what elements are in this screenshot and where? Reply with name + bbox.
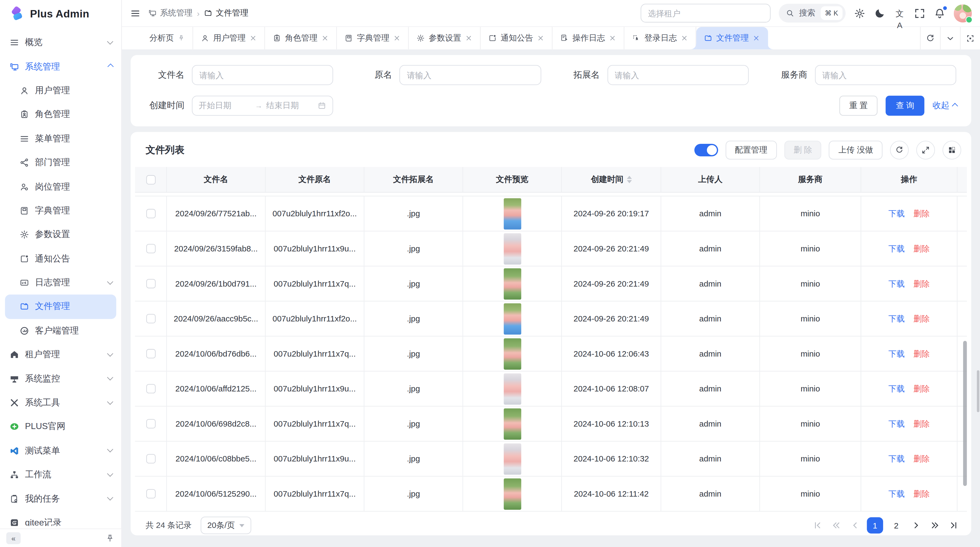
file-preview-thumbnail[interactable] [503,338,521,369]
download-link[interactable]: 下载 [889,348,905,359]
file-preview-thumbnail[interactable] [503,198,521,230]
sidebar-item[interactable]: PLUS官网 [5,415,116,439]
delete-button[interactable]: 删 除 [784,141,822,159]
filter-input[interactable] [192,65,333,85]
jump-forward-button[interactable] [928,518,942,532]
delete-link[interactable]: 删除 [913,488,930,499]
tab-action-icon[interactable] [537,34,544,42]
sidebar-item[interactable]: 文件管理 [5,295,116,319]
reset-button[interactable]: 重 置 [839,96,878,115]
tab-action-icon[interactable] [609,34,616,42]
user-avatar[interactable] [954,4,972,22]
row-checkbox[interactable] [146,349,155,358]
column-settings-button[interactable] [942,141,961,159]
page-tab[interactable]: 文件管理 [696,27,768,49]
file-preview-thumbnail[interactable] [503,268,521,299]
sidebar-item[interactable]: 角色管理 [5,103,116,127]
breadcrumb-current[interactable]: 文件管理 [204,8,248,19]
file-preview-thumbnail[interactable] [503,408,521,439]
sidebar-item[interactable]: 系统监控 [5,367,116,391]
page-number-button[interactable]: 1 [867,517,883,534]
config-management-button[interactable]: 配置管理 [725,141,776,159]
last-page-button[interactable] [947,518,961,532]
tab-action-icon[interactable] [752,34,760,42]
global-search-button[interactable]: 搜索 ⌘ K [778,4,846,22]
row-checkbox[interactable] [146,419,155,428]
table-scrollbar[interactable] [963,341,967,486]
table-row[interactable]: 2024/10/06/698d2c8... 007u2bluly1hrr11x7… [135,407,967,442]
refresh-table-button[interactable] [890,141,909,159]
table-row[interactable]: 2024/09/26/3159fab8... 007u2bluly1hrr11x… [135,231,967,266]
collapse-filters-link[interactable]: 收起 [932,100,956,111]
refresh-page-button[interactable] [920,27,940,49]
column-header[interactable]: 文件名 [167,167,266,192]
sidebar-item[interactable]: 工作流 [5,463,116,487]
filter-input[interactable] [399,65,541,85]
content-fullscreen-button[interactable] [960,27,980,49]
sidebar-item[interactable]: 部门管理 [5,151,116,175]
sidebar-item[interactable]: 租户管理 [5,343,116,367]
download-link[interactable]: 下载 [889,488,905,499]
sidebar-item[interactable]: 概览 [5,30,116,54]
filter-input[interactable] [815,65,956,85]
page-tab[interactable]: 字典管理 [337,27,409,49]
row-checkbox[interactable] [146,384,155,393]
sidebar-item[interactable]: 岗位管理 [5,175,116,199]
row-checkbox[interactable] [146,244,155,253]
breadcrumb-parent[interactable]: 系统管理 [148,8,192,19]
sidebar-item[interactable]: 菜单管理 [5,127,116,151]
column-header[interactable]: 操作 [861,167,958,192]
file-preview-thumbnail[interactable] [503,443,521,475]
column-header[interactable]: 文件预览 [463,167,562,192]
sidebar-item[interactable]: 用户管理 [5,79,116,103]
filter-input[interactable] [607,65,748,85]
previous-page-button[interactable] [848,518,862,532]
table-row[interactable]: 2024/10/06/c08bbe5... 007u2bluly1hrr11x9… [135,442,967,477]
page-tab[interactable]: 操作日志 [553,27,624,49]
delete-link[interactable]: 删除 [913,243,930,254]
tab-menu-button[interactable] [940,27,960,49]
page-number-button[interactable]: 2 [888,517,904,534]
sidebar-pin-button[interactable] [105,533,115,543]
toolbar-toggle[interactable] [694,144,718,156]
column-header[interactable]: 文件拓展名 [364,167,463,192]
sidebar-item[interactable]: 测试菜单 [5,439,116,463]
dark-mode-button[interactable] [874,7,886,19]
download-link[interactable]: 下载 [889,418,905,429]
page-tab[interactable]: 分析页 [129,27,193,49]
download-link[interactable]: 下载 [889,243,905,254]
table-row[interactable]: 2024/10/06/5125290... 007u2bluly1hrr11x7… [135,477,967,512]
table-row[interactable]: 2024/09/26/77521ab... 007u2bluly1hrr11xf… [135,196,967,231]
sidebar-item[interactable]: 系统管理 [5,55,116,79]
page-tab[interactable]: 用户管理 [193,27,265,49]
page-size-select[interactable]: 20条/页 [200,517,251,534]
tab-action-icon[interactable] [249,34,257,42]
tab-action-icon[interactable] [681,34,688,42]
file-preview-thumbnail[interactable] [503,303,521,334]
download-link[interactable]: 下载 [889,208,905,219]
menu-toggle-button[interactable] [130,8,141,19]
row-checkbox[interactable] [146,314,155,323]
delete-link[interactable]: 删除 [913,348,930,359]
sidebar-item[interactable]: 字典管理 [5,199,116,223]
download-link[interactable]: 下载 [889,453,905,464]
delete-link[interactable]: 删除 [913,278,930,289]
sidebar-item[interactable]: 系统工具 [5,391,116,415]
window-scrollbar[interactable] [977,370,979,412]
download-link[interactable]: 下载 [889,383,905,394]
sidebar-item[interactable]: 通知公告 [5,247,116,271]
notifications-button[interactable] [934,7,946,19]
page-tab[interactable]: 参数设置 [409,27,481,49]
search-button[interactable]: 查 询 [886,96,924,115]
language-button[interactable]: 文A [894,7,906,19]
sidebar-collapse-button[interactable]: « [6,532,21,544]
sidebar-item[interactable]: 客户端管理 [5,319,116,343]
date-range-input[interactable]: 开始日期 → 结束日期 [192,96,333,115]
table-row[interactable]: 2024/10/06/bd76db6... 007u2bluly1hrr11x7… [135,336,967,372]
sort-icon[interactable] [627,176,632,183]
upload-button[interactable]: 上传 没做 [829,141,883,159]
table-row[interactable]: 2024/09/26/aacc9b5c... 007u2bluly1hrr11x… [135,301,967,337]
first-page-button[interactable] [811,518,824,532]
delete-link[interactable]: 删除 [913,208,930,219]
delete-link[interactable]: 删除 [913,418,930,429]
